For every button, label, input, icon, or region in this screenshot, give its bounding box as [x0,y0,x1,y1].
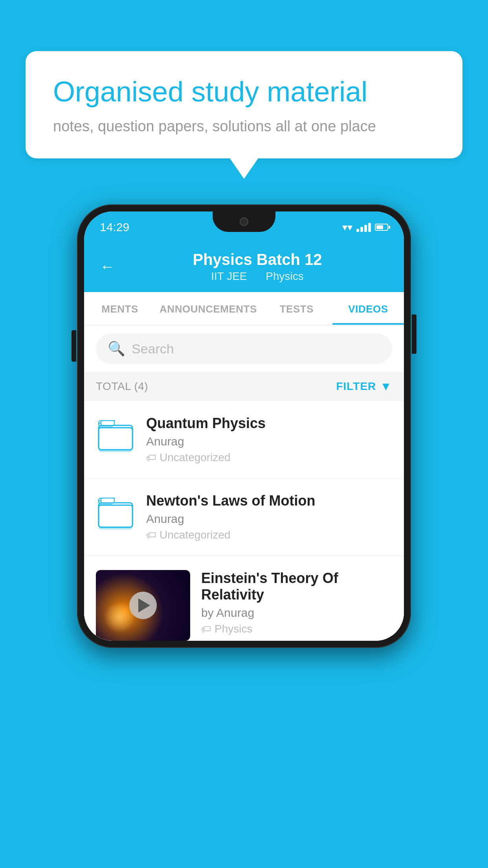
video-tag-row: 🏷 Physics [201,623,392,635]
status-icons: ▾▾ [342,221,388,234]
list-item[interactable]: Quantum Physics Anurag 🏷 Uncategorized [84,401,404,478]
tag-label: Uncategorized [160,451,231,464]
tab-ments[interactable]: MENTS [84,292,156,325]
phone-screen: 14:29 ▾▾ [84,211,404,641]
tab-videos[interactable]: VIDEOS [332,292,404,325]
svg-rect-2 [99,428,132,450]
tag-icon: 🏷 [146,529,156,541]
tag-label: Physics [215,623,252,635]
phone-mockup: 14:29 ▾▾ [77,204,411,648]
video-info: Einstein's Theory Of Relativity by Anura… [201,570,392,635]
video-title: Quantum Physics [146,415,392,432]
video-author: Anurag [146,512,392,526]
batch-title: Physics Batch 12 [127,251,388,268]
filter-label: FILTER [336,380,376,393]
list-item[interactable]: Einstein's Theory Of Relativity by Anura… [84,556,404,641]
video-author: Anurag [146,435,392,448]
subtitle-part1: IIT JEE [211,270,247,282]
video-info: Newton's Laws of Motion Anurag 🏷 Uncateg… [146,493,392,541]
battery-icon [375,224,388,231]
tag-icon: 🏷 [146,452,156,464]
filter-bar: TOTAL (4) FILTER ▼ [84,372,404,401]
video-author: by Anurag [201,606,392,620]
video-thumbnail [96,570,190,641]
subtitle-part2: Physics [266,270,303,282]
signal-icon [356,223,371,232]
search-icon: 🔍 [108,340,125,357]
video-info: Quantum Physics Anurag 🏷 Uncategorized [146,415,392,464]
folder-icon [96,494,135,533]
camera-dot [240,217,248,226]
wifi-icon: ▾▾ [342,221,352,234]
list-item[interactable]: Newton's Laws of Motion Anurag 🏷 Uncateg… [84,478,404,556]
video-title: Einstein's Theory Of Relativity [201,570,392,603]
video-list: Quantum Physics Anurag 🏷 Uncategorized [84,401,404,641]
status-time: 14:29 [100,221,129,234]
video-tag-row: 🏷 Uncategorized [146,529,392,541]
search-container: 🔍 Search [84,326,404,372]
tab-bar: MENTS ANNOUNCEMENTS TESTS VIDEOS [84,292,404,326]
svg-rect-6 [99,505,132,527]
svg-rect-7 [101,498,114,503]
search-placeholder: Search [132,341,174,357]
bubble-subtitle: notes, question papers, solutions all at… [53,118,435,135]
tag-icon: 🏷 [201,623,211,635]
speech-bubble: Organised study material notes, question… [26,51,462,158]
filter-icon: ▼ [380,380,392,393]
tab-announcements[interactable]: ANNOUNCEMENTS [156,292,261,325]
video-title: Newton's Laws of Motion [146,493,392,509]
app-header: ← Physics Batch 12 IIT JEE Physics [84,243,404,292]
battery-fill [376,225,383,229]
filter-button[interactable]: FILTER ▼ [336,380,392,393]
video-tag-row: 🏷 Uncategorized [146,451,392,464]
play-button[interactable] [129,592,157,619]
header-title-group: Physics Batch 12 IIT JEE Physics [127,251,388,283]
speech-bubble-section: Organised study material notes, question… [26,51,462,158]
folder-icon [96,417,135,456]
status-bar: 14:29 ▾▾ [84,211,404,243]
search-bar[interactable]: 🔍 Search [96,333,392,364]
notch [213,211,275,232]
bubble-title: Organised study material [53,75,435,108]
back-button[interactable]: ← [100,258,115,275]
tab-tests[interactable]: TESTS [261,292,332,325]
play-triangle [138,598,150,612]
phone-outer: 14:29 ▾▾ [77,204,411,648]
batch-subtitle: IIT JEE Physics [127,270,388,283]
total-count: TOTAL (4) [96,380,148,393]
svg-rect-3 [101,421,114,425]
tag-label: Uncategorized [160,529,231,541]
play-overlay [96,570,190,641]
